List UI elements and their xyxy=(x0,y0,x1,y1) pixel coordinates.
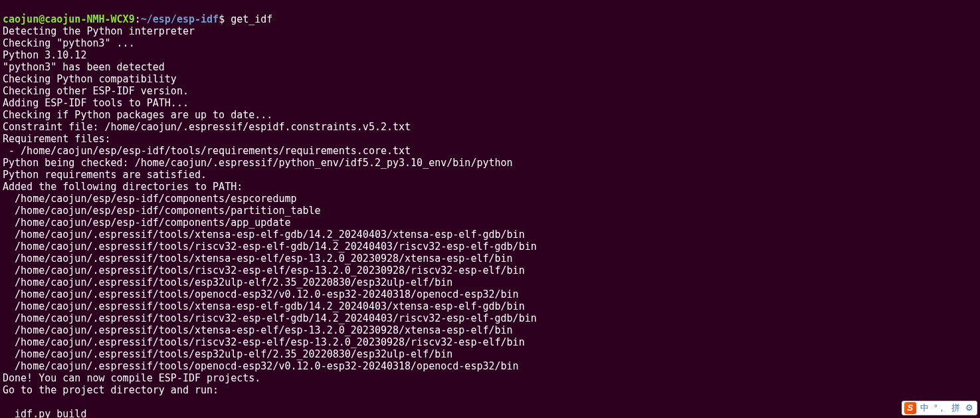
terminal-output: Detecting the Python interpreter Checkin… xyxy=(3,25,977,418)
ime-logo-icon[interactable]: S xyxy=(904,402,916,414)
ime-settings-icon[interactable]: ⚙ xyxy=(964,402,975,414)
prompt-dollar: $ xyxy=(219,13,231,25)
ime-mode-toggle[interactable]: 拼 xyxy=(950,402,961,414)
prompt-path: ~/esp/esp-idf xyxy=(141,13,219,25)
prompt-command: get_idf xyxy=(231,13,272,25)
ime-language-toggle[interactable]: 中 xyxy=(919,402,930,414)
prompt-user: caojun@caojun-NMH-WCX9 xyxy=(3,13,135,25)
terminal[interactable]: caojun@caojun-NMH-WCX9:~/esp/esp-idf$ ge… xyxy=(0,0,980,418)
ime-punctuation-toggle[interactable]: °， xyxy=(933,402,947,414)
prompt-sep: : xyxy=(135,13,141,25)
ime-toolbar[interactable]: S 中 °， 拼 ⚙ xyxy=(902,401,977,415)
